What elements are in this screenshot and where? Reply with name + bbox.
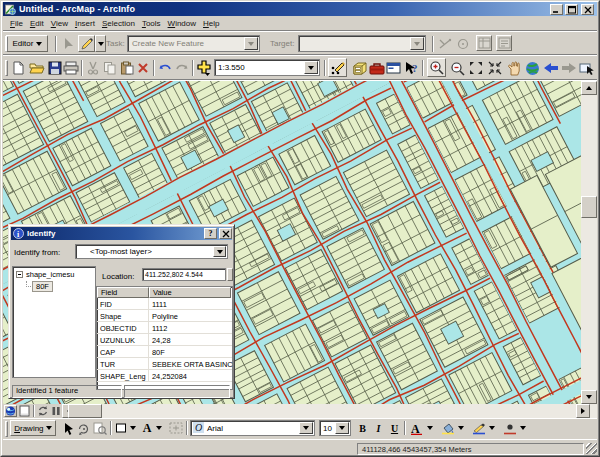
svg-text:?: ?	[412, 62, 418, 74]
svg-text:A: A	[411, 422, 420, 435]
svg-text:O: O	[195, 422, 202, 433]
